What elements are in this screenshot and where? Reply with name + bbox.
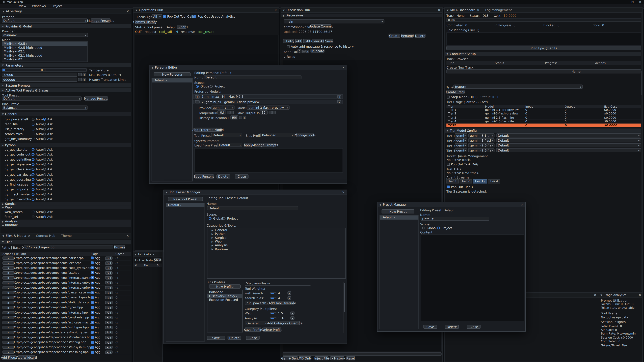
scrollbar-thumb[interactable] [642,70,642,95]
full-button[interactable]: Full [105,286,112,290]
full-button[interactable]: Full [105,306,112,309]
agg-checkbox[interactable] [91,321,94,324]
analysis-section-header[interactable]: ▶Analysis [0,220,131,223]
increment-button[interactable]: + [306,50,310,53]
pop-usage-checkbox[interactable] [193,15,196,18]
agg-checkbox[interactable] [91,346,94,349]
scope-global-option[interactable]: Global [209,217,223,220]
scope-project-option[interactable]: Project [210,84,225,88]
decrement-button[interactable]: − [78,78,82,81]
remove-file-button[interactable]: x [2,301,14,304]
tool-override-select[interactable]: run_powershell [245,301,270,305]
multiplier-slider[interactable] [270,312,276,314]
persona-select[interactable]: Default [2,18,88,22]
full-button[interactable]: Full [105,291,112,295]
cache-indicator-icon[interactable]: ○ [116,286,131,290]
close-window-icon[interactable]: ✕ [342,191,344,194]
cache-indicator-icon[interactable]: ○ [116,351,131,354]
collapse-icon[interactable]: ▼ [447,9,448,11]
tab-tool-calls[interactable]: Tool Calls [138,253,151,256]
pop-tool-calls-option[interactable]: Pop Out Tool Calls [163,15,194,18]
remove-file-button[interactable]: x [2,256,14,260]
close-icon[interactable]: ✕ [639,0,641,3]
tab-theme[interactable]: Theme [61,234,72,238]
tier-model-select[interactable]: gemini-3-flash-preview [468,138,494,142]
ask-radio[interactable] [43,173,46,176]
ask-radio[interactable] [43,138,46,140]
close-tab-icon[interactable]: ✕ [28,234,30,238]
system-prompts-header[interactable]: ▼System Prompts [0,83,131,87]
save-persona-button[interactable]: Save Persona [194,174,214,178]
increment-button[interactable]: + [230,111,234,114]
close-panel-icon[interactable]: ✕ [126,10,129,13]
ask-radio[interactable] [43,188,46,191]
decrement-button[interactable]: − [239,116,242,119]
project-radio[interactable] [222,217,226,220]
to-history-button[interactable]: -> History [330,356,344,360]
cache-indicator-icon[interactable]: ○ [116,311,131,314]
collapse-icon[interactable]: ▶ [212,237,213,239]
tier-preset-select[interactable]: Default [496,138,641,142]
inject-file-button[interactable]: Inject File [314,356,328,360]
close-window-icon[interactable]: ✕ [521,203,523,206]
new-profile-button[interactable]: New Profile [209,284,241,289]
menu-windows[interactable]: Windows [32,4,46,8]
delete-profile-button[interactable]: Delete Profile [263,328,281,332]
stream-tab-tier2[interactable]: Tier 2 [460,179,472,183]
delete-button[interactable]: Delete [445,325,459,329]
gen-send-button[interactable]: Gen + Send [283,356,298,360]
ask-radio[interactable] [43,215,46,218]
cache-indicator-icon[interactable]: ○ [116,331,131,334]
ask-radio[interactable] [43,158,46,161]
profile-list-item[interactable]: Execution-Focused [208,298,242,302]
pop-usage-option[interactable]: Pop Out Usage Analytics [193,15,235,18]
ask-radio[interactable] [43,178,46,181]
discussions-header[interactable]: ▼Discussions [281,13,442,17]
cache-indicator-icon[interactable]: ○ [116,326,131,329]
tier-preset-select[interactable]: Default [496,148,641,152]
manage-personas-button[interactable]: Manage Personas [91,18,110,22]
agg-checkbox[interactable] [91,326,94,329]
browse-button[interactable]: Browse [114,245,125,249]
remove-weight-button[interactable]: x [288,292,291,295]
update-commit-button[interactable]: Update Commit [310,24,331,28]
auto-radio[interactable] [32,158,34,161]
close-button[interactable]: Close [467,325,481,329]
manage-tools-button[interactable]: Manage Tools [296,133,314,137]
increment-button[interactable]: + [82,73,86,76]
pop-task-dag-checkbox[interactable] [447,163,450,166]
weight-slider[interactable] [270,292,276,294]
reset-button[interactable]: Reset [346,356,355,360]
agg-checkbox[interactable] [91,267,94,269]
step-mode-checkbox[interactable] [447,96,450,98]
pop-tier3-checkbox[interactable] [447,186,450,188]
new-preset-button[interactable]: New Preset [382,209,414,213]
content-textarea[interactable] [420,234,524,321]
agg-checkbox[interactable] [91,351,94,354]
tab-context-hub[interactable]: Context Hub [36,234,55,238]
ask-radio[interactable] [43,118,46,120]
full-button[interactable]: Full [105,331,112,334]
active-presets-header[interactable]: ▼Active Tool Presets & Biases [0,88,131,92]
remove-file-button[interactable]: x [2,316,14,319]
delete-discussion-button[interactable]: Delete [415,34,426,38]
files-header[interactable]: ▼Files [0,240,131,244]
conductor-setup-header[interactable]: ▼Conductor Setup [445,52,642,56]
agg-checkbox[interactable] [91,316,94,319]
general-section-header[interactable]: ▼General [0,112,131,116]
auto-radio[interactable] [32,138,34,140]
tool-preset-list-item[interactable]: Default [166,203,204,207]
collapse-icon[interactable]: ▼ [283,9,284,11]
tool-preset-select[interactable]: Default [2,96,82,100]
cache-indicator-icon[interactable]: ○ [116,266,131,270]
roles-header[interactable]: ▶ Roles [284,55,295,59]
add-tool-override-button[interactable]: Add Tool Override [271,301,294,305]
remove-file-button[interactable]: x [2,276,14,280]
collapse-icon[interactable]: ▶ [212,233,213,235]
tier-provider-select[interactable]: gemini [455,148,468,152]
step-mode-option[interactable]: Step Mode (HITL) Status: IDLE [447,95,499,99]
auto-radio[interactable] [32,118,34,120]
auto-radio[interactable] [32,173,34,176]
close-button[interactable]: Close [235,174,248,178]
remove-model-button[interactable]: x [338,95,341,98]
